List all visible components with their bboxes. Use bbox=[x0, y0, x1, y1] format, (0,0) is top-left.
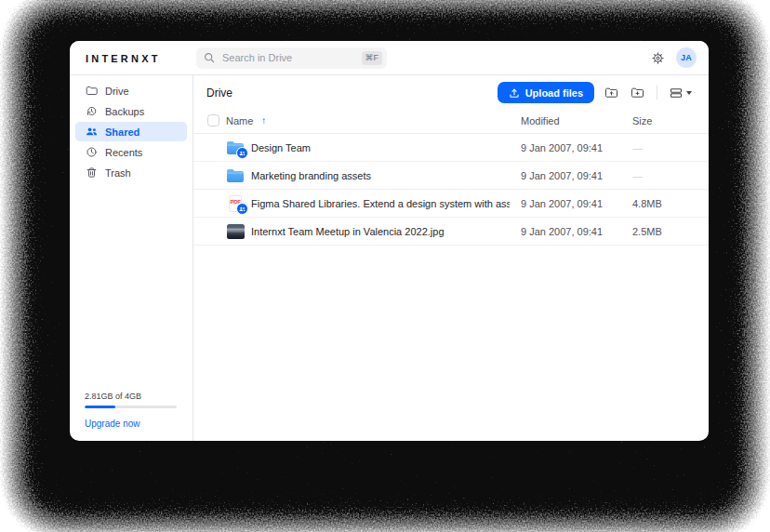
breadcrumb[interactable]: Drive bbox=[206, 86, 232, 100]
view-options-button[interactable] bbox=[668, 86, 694, 100]
folder-upload-icon bbox=[604, 86, 618, 99]
column-header-modified[interactable]: Modified bbox=[521, 115, 632, 126]
sidebar-item-label: Shared bbox=[105, 126, 139, 138]
search-bar[interactable]: ⌘F bbox=[196, 47, 387, 69]
column-header-name[interactable]: Name ↑ bbox=[226, 115, 521, 126]
sidebar-item-backups[interactable]: Backups bbox=[75, 101, 187, 121]
file-modified: 9 Jan 2007, 09:41 bbox=[521, 170, 632, 181]
clock-icon bbox=[86, 146, 98, 158]
file-size: 4.8MB bbox=[632, 198, 709, 209]
file-name: Marketing branding assets bbox=[251, 170, 371, 181]
select-all-checkbox[interactable] bbox=[207, 114, 219, 126]
file-name: Design Team bbox=[251, 142, 311, 153]
sidebar-item-shared[interactable]: Shared bbox=[75, 122, 187, 141]
sidebar-item-label: Drive bbox=[105, 86, 129, 97]
storage-progress bbox=[85, 406, 177, 408]
folder-blue-icon bbox=[226, 139, 245, 156]
content-header: Drive Upload files bbox=[193, 75, 709, 108]
table-row[interactable]: Design Team 9 Jan 2007, 09:41 — bbox=[193, 134, 709, 162]
sidebar-item-recents[interactable]: Recents bbox=[75, 142, 187, 162]
folder-blue-icon bbox=[226, 166, 245, 184]
upgrade-link[interactable]: Upgrade now bbox=[85, 419, 177, 429]
file-modified: 9 Jan 2007, 09:41 bbox=[521, 226, 632, 237]
new-folder-button[interactable] bbox=[629, 85, 646, 100]
top-bar: INTERNXT ⌘F JA bbox=[70, 41, 709, 75]
file-modified: 9 Jan 2007, 09:41 bbox=[521, 198, 632, 209]
brand-logo-text: INTERNXT bbox=[86, 53, 161, 64]
brand-logo[interactable]: INTERNXT bbox=[70, 49, 193, 66]
search-input[interactable] bbox=[220, 51, 356, 64]
settings-button[interactable] bbox=[651, 51, 665, 65]
file-name: Figma Shared Libraries. Extend a design … bbox=[251, 198, 510, 209]
list-view-icon bbox=[670, 87, 683, 99]
top-right-actions: JA bbox=[651, 47, 709, 68]
sidebar-item-label: Recents bbox=[105, 147, 142, 158]
table-row[interactable]: Internxt Team Meetup in Valencia 2022.jp… bbox=[193, 218, 709, 246]
main-content: Drive Upload files bbox=[193, 75, 709, 441]
sidebar-item-drive[interactable]: Drive bbox=[75, 81, 187, 100]
file-size: — bbox=[632, 170, 709, 181]
keyboard-shortcut-badge: ⌘F bbox=[362, 51, 383, 65]
upload-files-button[interactable]: Upload files bbox=[498, 82, 594, 103]
folder-plus-icon bbox=[631, 86, 644, 99]
shared-badge-icon bbox=[236, 203, 248, 215]
table-row[interactable]: Marketing branding assets 9 Jan 2007, 09… bbox=[193, 162, 709, 190]
sidebar-item-trash[interactable]: Trash bbox=[75, 163, 187, 182]
file-modified: 9 Jan 2007, 09:41 bbox=[521, 142, 632, 153]
table-row[interactable]: PDF Figma Shared Libraries. Extend a des… bbox=[193, 190, 709, 218]
table-header: Name ↑ Modified Size bbox=[193, 108, 709, 134]
upload-folder-button[interactable] bbox=[603, 85, 620, 100]
app-window: INTERNXT ⌘F JA bbox=[70, 41, 709, 441]
shared-users-icon bbox=[86, 126, 98, 138]
file-size: 2.5MB bbox=[632, 226, 709, 237]
file-size: — bbox=[632, 142, 709, 153]
avatar[interactable]: JA bbox=[676, 47, 697, 68]
file-name: Internxt Team Meetup in Valencia 2022.jp… bbox=[251, 226, 445, 237]
sidebar-item-label: Trash bbox=[105, 167, 131, 179]
gear-icon bbox=[651, 51, 665, 65]
sort-ascending-icon: ↑ bbox=[261, 115, 266, 126]
sidebar-item-label: Backups bbox=[105, 106, 144, 117]
storage-progress-fill bbox=[85, 406, 115, 408]
chevron-down-icon bbox=[686, 91, 692, 95]
shared-badge-icon bbox=[236, 147, 248, 159]
sidebar: Drive Backups bbox=[70, 75, 193, 441]
search-icon bbox=[204, 52, 215, 63]
toolbar-divider bbox=[657, 86, 657, 100]
column-name-label: Name bbox=[226, 115, 253, 126]
folder-icon bbox=[86, 85, 98, 97]
toolbar: Upload files bbox=[498, 82, 694, 103]
storage-panel: 2.81GB of 4GB Upgrade now bbox=[85, 392, 177, 429]
upload-files-label: Upload files bbox=[525, 87, 583, 99]
image-thumbnail bbox=[227, 224, 245, 239]
backup-history-icon bbox=[86, 105, 98, 117]
trash-icon bbox=[86, 166, 98, 179]
storage-usage-label: 2.81GB of 4GB bbox=[85, 392, 177, 401]
column-header-size[interactable]: Size bbox=[632, 115, 709, 126]
upload-icon bbox=[509, 87, 520, 99]
